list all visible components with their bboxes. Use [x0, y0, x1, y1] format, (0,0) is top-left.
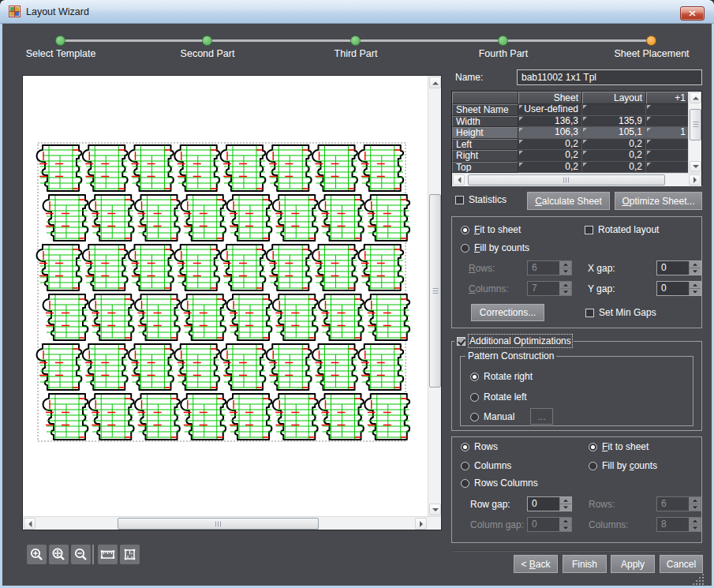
table-vscroll-thumb[interactable] [690, 109, 701, 140]
cell-plus1[interactable] [646, 116, 690, 128]
cell-layout[interactable] [582, 104, 646, 116]
cell-layout[interactable]: 135,9 [582, 116, 646, 128]
columns-spinner-2[interactable]: 8 [656, 517, 701, 532]
table-scroll-up-button[interactable] [690, 92, 701, 103]
row-label[interactable]: Height [452, 127, 518, 139]
zoom-out-button[interactable] [71, 545, 91, 564]
title-bar[interactable]: Layout Wizard [0, 0, 714, 24]
spin-down-button[interactable] [690, 525, 701, 531]
column-gap-spinner[interactable]: 0 [527, 517, 572, 532]
cell-plus1[interactable]: 1 [646, 127, 690, 139]
canvas-scroll-down-button[interactable] [429, 504, 441, 515]
calculate-sheet-button[interactable]: Calculate Sheet [527, 192, 610, 210]
column-header-layout[interactable]: Layout [582, 92, 646, 104]
canvas-vscroll-thumb[interactable] [429, 194, 441, 388]
fit-to-sheet-radio-2[interactable]: Fit to sheet [589, 441, 649, 452]
cell-sheet[interactable]: 106,3 [518, 127, 582, 139]
cell-layout[interactable]: 0,2 [582, 162, 646, 174]
spin-up-button[interactable] [560, 518, 571, 525]
optimize-sheet-button[interactable]: Optimize Sheet... [615, 192, 702, 210]
spin-up-button[interactable] [690, 261, 701, 268]
rows-spinner[interactable]: 6 [527, 260, 572, 275]
table-scroll-left-button[interactable] [453, 174, 465, 185]
zoom-fit-button[interactable] [49, 545, 69, 564]
rotated-layout-checkbox[interactable]: Rotated layout [585, 224, 659, 235]
cell-sheet[interactable]: 0,2 [518, 162, 582, 174]
cell-sheet[interactable]: 0,2 [518, 150, 582, 162]
measure-vertical-button[interactable] [120, 545, 140, 564]
cell-plus1[interactable] [646, 162, 690, 174]
cell-plus1[interactable] [646, 139, 690, 151]
layout-preview-canvas[interactable] [22, 75, 442, 530]
cell-sheet[interactable]: User-defined [518, 104, 582, 116]
columns-radio[interactable]: Columns [461, 460, 511, 471]
spin-up-button[interactable] [560, 261, 571, 268]
name-input[interactable]: bab11002 1x1 Tpl [517, 69, 702, 85]
cell-plus1[interactable] [646, 150, 690, 162]
row-label[interactable]: Left [452, 139, 518, 151]
canvas-vertical-scrollbar[interactable] [428, 76, 441, 516]
close-button[interactable] [680, 6, 705, 21]
cell-layout[interactable]: 0,2 [582, 139, 646, 151]
row-label[interactable]: Top [452, 162, 518, 174]
fill-by-counts-radio[interactable]: Fill by counts [461, 242, 529, 253]
spin-down-button[interactable] [560, 504, 571, 511]
spin-up-button[interactable] [560, 282, 571, 289]
cell-layout[interactable]: 0,2 [582, 150, 646, 162]
manual-radio[interactable]: Manual [470, 411, 514, 422]
rows-spinner-2[interactable]: 6 [656, 496, 701, 511]
canvas-horizontal-scrollbar[interactable] [23, 516, 441, 530]
measure-horizontal-button[interactable] [98, 545, 118, 564]
rows-and-columns-radio[interactable]: Rows Columns [461, 478, 538, 489]
canvas-scroll-right-button[interactable] [415, 518, 427, 530]
cell-sheet[interactable]: 0,2 [518, 139, 582, 151]
y-gap-spinner[interactable]: 0 [656, 281, 701, 296]
spin-up-button[interactable] [560, 497, 571, 504]
row-label[interactable]: Right [452, 150, 518, 162]
spin-up-button[interactable] [690, 518, 701, 525]
row-label[interactable]: Width [452, 116, 518, 128]
spin-down-button[interactable] [690, 289, 701, 295]
table-vertical-scrollbar[interactable] [688, 92, 701, 173]
cell-plus1[interactable] [646, 104, 690, 116]
spin-up-button[interactable] [690, 497, 701, 504]
corrections-button[interactable]: Corrections... [471, 304, 544, 321]
canvas-scroll-left-button[interactable] [24, 518, 36, 530]
spin-up-button[interactable] [690, 282, 701, 289]
spin-down-button[interactable] [560, 268, 571, 275]
back-button[interactable]: < Back [514, 555, 558, 573]
row-label[interactable]: Sheet Name [452, 104, 518, 116]
canvas-hscroll-thumb[interactable] [118, 518, 319, 530]
cell-layout[interactable]: 105,1 [582, 127, 646, 139]
table-hscroll-thumb[interactable] [468, 174, 665, 185]
canvas-scroll-up-button[interactable] [429, 77, 441, 88]
manual-more-button[interactable]: ... [530, 408, 553, 425]
fit-to-sheet-radio[interactable]: Fit to sheet [461, 224, 521, 235]
spin-down-button[interactable] [560, 289, 571, 295]
spin-down-button[interactable] [690, 504, 701, 511]
x-gap-spinner[interactable]: 0 [656, 260, 701, 275]
fill-by-counts-radio-2[interactable]: Fill by counts [589, 460, 657, 471]
spin-down-button[interactable] [690, 268, 701, 275]
column-header-plus1[interactable]: +1 [646, 92, 690, 104]
apply-button[interactable]: Apply [611, 555, 655, 573]
statistics-checkbox[interactable]: Statistics [455, 194, 507, 205]
rows-radio[interactable]: Rows [461, 441, 498, 452]
resize-grip[interactable] [692, 573, 704, 585]
cancel-button[interactable]: Cancel [660, 555, 703, 573]
column-header-sheet[interactable]: Sheet [518, 92, 582, 104]
table-scroll-down-button[interactable] [690, 161, 701, 172]
columns-spinner[interactable]: 7 [527, 281, 572, 296]
rotate-left-radio[interactable]: Rotate left [470, 391, 527, 403]
zoom-in-button[interactable] [27, 545, 47, 564]
set-min-gaps-checkbox[interactable]: Set Min Gaps [585, 307, 656, 318]
table-horizontal-scrollbar[interactable] [452, 173, 701, 186]
finish-button[interactable]: Finish [563, 555, 607, 573]
row-gap-spinner[interactable]: 0 [527, 496, 572, 511]
column-header-empty[interactable] [452, 92, 518, 104]
cell-sheet[interactable]: 136,3 [518, 116, 582, 128]
additional-optimizations-checkbox[interactable]: Additional Optimizations [454, 335, 574, 346]
spin-down-button[interactable] [560, 525, 571, 531]
table-scroll-right-button[interactable] [689, 174, 701, 185]
rotate-right-radio[interactable]: Rotate right [470, 371, 533, 382]
